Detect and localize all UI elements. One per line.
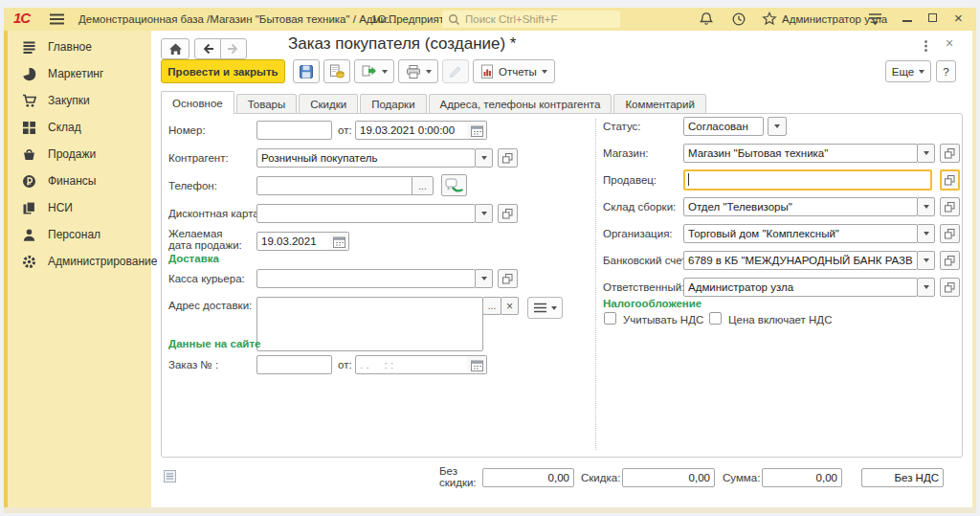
discount-card-dropdown-button[interactable] — [475, 204, 493, 223]
seller-input-focused[interactable] — [683, 169, 932, 191]
seller-open-button[interactable] — [940, 169, 960, 191]
print-menu-button[interactable] — [398, 59, 438, 83]
sidebar-item-sales[interactable]: Продажи — [8, 141, 150, 168]
store-dropdown-button[interactable] — [917, 144, 935, 163]
back-button[interactable] — [194, 38, 221, 59]
tab-gifts[interactable]: Подарки — [360, 94, 426, 114]
more-button[interactable]: Еще — [885, 60, 931, 82]
bank-account-input[interactable] — [683, 251, 918, 270]
courier-cash-open-button[interactable] — [498, 269, 518, 288]
forward-button[interactable] — [220, 38, 247, 59]
phone-call-button[interactable] — [441, 174, 467, 196]
notifications-bell-icon[interactable] — [699, 11, 714, 26]
bank-account-open-button[interactable] — [940, 251, 960, 270]
service-menu-icon[interactable] — [868, 12, 882, 26]
order-date-calendar-button[interactable] — [467, 355, 487, 374]
tab-discounts[interactable]: Скидки — [299, 94, 358, 114]
help-button[interactable]: ? — [936, 60, 956, 82]
sidebar-item-main[interactable]: Главное — [8, 34, 150, 60]
bank-account-dropdown-button[interactable] — [917, 251, 935, 270]
counterparty-dropdown-button[interactable] — [475, 148, 493, 168]
chevron-down-icon — [481, 277, 487, 280]
delivery-address-select-button[interactable]: ... — [482, 297, 501, 315]
tab-goods[interactable]: Товары — [236, 94, 298, 114]
counterparty-open-button[interactable] — [498, 148, 518, 168]
forward-arrow-icon — [227, 42, 240, 56]
courier-cash-input[interactable] — [256, 269, 476, 288]
footer-list-button[interactable] — [164, 470, 176, 482]
reports-label: Отчеты — [499, 66, 537, 78]
home-icon — [168, 42, 183, 56]
tax-section-header: Налогообложение — [603, 298, 702, 309]
delivery-address-clear-button[interactable]: × — [501, 297, 519, 315]
doc-date-input[interactable] — [355, 121, 468, 140]
delivery-address-textarea[interactable] — [256, 297, 483, 351]
sidebar-item-warehouse[interactable]: Склад — [8, 114, 150, 141]
courier-cash-dropdown-button[interactable] — [475, 269, 493, 288]
favorites-star-icon[interactable] — [762, 11, 777, 26]
sidebar-item-finance[interactable]: Финансы — [8, 168, 150, 194]
chevron-down-icon — [542, 70, 547, 74]
global-search[interactable] — [442, 11, 620, 28]
organization-dropdown-button[interactable] — [917, 224, 935, 243]
ruble-icon — [22, 174, 36, 189]
sidebar-item-personnel[interactable]: Персонал — [8, 221, 150, 248]
tab-addresses[interactable]: Адреса, телефоны контрагента — [429, 94, 612, 114]
store-input[interactable] — [683, 144, 918, 163]
store-open-button[interactable] — [940, 144, 960, 163]
delivery-address-menu-button[interactable] — [527, 297, 563, 319]
sum-total-field[interactable] — [762, 468, 842, 487]
assembly-warehouse-open-button[interactable] — [940, 197, 960, 216]
maximize-button[interactable] — [928, 13, 937, 22]
desired-date-input[interactable] — [256, 232, 330, 251]
status-dropdown-button[interactable] — [768, 117, 787, 136]
form-menu-dots-icon[interactable] — [924, 40, 927, 43]
phone-select-button[interactable]: ... — [412, 176, 434, 195]
responsible-input[interactable] — [683, 278, 918, 297]
post-and-close-button[interactable]: Провести и закрыть — [161, 59, 285, 83]
vat-account-checkbox[interactable] — [604, 312, 616, 325]
home-button[interactable] — [161, 38, 189, 59]
site-data-section-header: Данные на сайте — [168, 338, 260, 349]
main-menu-icon[interactable] — [50, 13, 64, 25]
responsible-dropdown-button[interactable] — [917, 278, 935, 297]
calendar-icon — [471, 359, 483, 371]
assembly-warehouse-input[interactable] — [683, 197, 918, 216]
form-close-button[interactable]: × — [946, 35, 953, 51]
discount-card-input[interactable] — [256, 204, 476, 223]
number-input[interactable] — [256, 121, 332, 140]
phone-input[interactable] — [256, 176, 412, 195]
save-floppy-icon — [299, 64, 314, 79]
organization-open-button[interactable] — [940, 224, 960, 243]
counterparty-input[interactable] — [256, 148, 476, 168]
assembly-warehouse-dropdown-button[interactable] — [917, 197, 935, 216]
minimize-button[interactable] — [902, 20, 912, 22]
vat-included-checkbox[interactable] — [709, 312, 722, 325]
discount-total-field[interactable] — [622, 468, 715, 487]
desired-date-calendar-button[interactable] — [329, 232, 349, 251]
order-no-input[interactable] — [256, 355, 332, 374]
order-date-input[interactable] — [355, 355, 468, 374]
sidebar-item-master-data[interactable]: НСИ — [8, 194, 150, 221]
doc-date-calendar-button[interactable] — [467, 121, 487, 140]
open-link-icon — [945, 148, 955, 159]
history-icon[interactable] — [731, 11, 746, 27]
tab-main[interactable]: Основное — [161, 91, 234, 114]
tab-comment[interactable]: Комментарий — [613, 94, 705, 114]
reports-button[interactable]: Отчеты — [473, 59, 555, 83]
status-input[interactable] — [683, 117, 764, 136]
responsible-open-button[interactable] — [940, 278, 960, 297]
organization-input[interactable] — [683, 224, 918, 243]
sidebar-item-marketing[interactable]: Маркетинг — [8, 60, 150, 87]
search-input[interactable] — [465, 13, 614, 25]
chevron-down-icon — [382, 70, 388, 74]
sidebar-item-purchases[interactable]: Закупки — [8, 87, 150, 114]
discount-card-open-button[interactable] — [498, 204, 518, 223]
vat-mode-field[interactable] — [861, 468, 944, 487]
post-document-button[interactable] — [323, 59, 350, 83]
post-close-menu-button[interactable] — [354, 59, 394, 83]
window-close-button[interactable]: × — [954, 10, 963, 26]
sidebar-item-administration[interactable]: Администрирование — [8, 248, 150, 275]
save-button[interactable] — [293, 59, 320, 83]
wo-discount-total-field[interactable] — [482, 468, 574, 487]
